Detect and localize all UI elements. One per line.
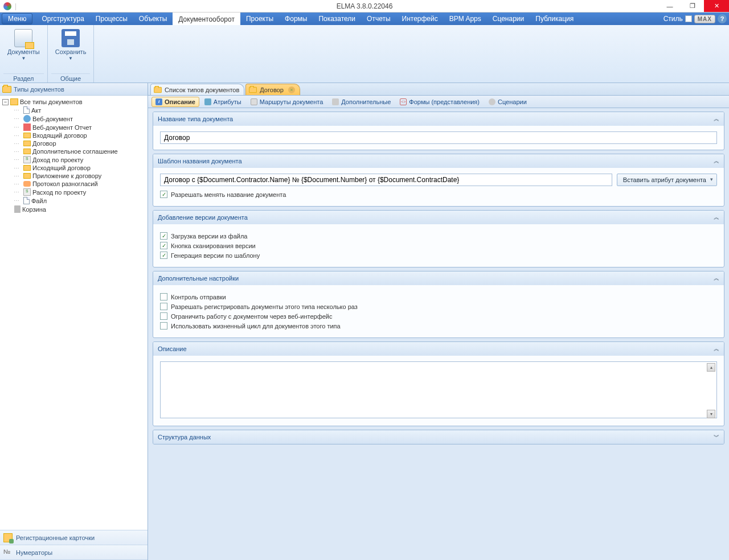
tree-item[interactable]: ⋯Файл [2, 196, 148, 205]
menubar-item-2[interactable]: Объекты [133, 13, 173, 25]
style-label: Стиль [664, 15, 683, 23]
load-from-file-checkbox[interactable] [160, 232, 167, 240]
tree-connector-icon: ⋯ [10, 157, 22, 163]
window-minimize-button[interactable]: — [658, 0, 681, 12]
help-icon[interactable]: ? [718, 14, 727, 23]
menubar-item-1[interactable]: Процессы [90, 13, 133, 25]
left-panel-header: Типы документов [0, 83, 148, 96]
section-title: Дополнительные настройки [158, 275, 239, 282]
tree-item[interactable]: ⋯Договор [2, 139, 148, 147]
tree-item[interactable]: Корзина [2, 205, 148, 213]
chk-label: Разрешать регистрировать документы этого… [171, 303, 358, 310]
tree-item[interactable]: ⋯Приложение к договору [2, 172, 148, 180]
tree-item[interactable]: ⋯Дополнительное соглашение [2, 147, 148, 155]
restrict-web-checkbox[interactable] [160, 312, 167, 320]
max-button[interactable]: MAX [694, 15, 715, 23]
ribbon-button-save[interactable]: Сохранить▼ [51, 27, 91, 63]
section-header-template[interactable]: Шаблон названия документа [153, 154, 724, 168]
doc-icon [23, 197, 30, 204]
left-bottom-item[interactable]: Регистрационные карточки [0, 530, 148, 545]
tree-item[interactable]: ⋯Веб-документ [2, 114, 148, 123]
chk-label: Контроль отправки [171, 294, 226, 300]
tree-connector-icon: ⋯ [10, 133, 22, 139]
insert-attribute-button[interactable]: Вставить атрибут документа [617, 174, 717, 186]
titlebar-separator: | [15, 2, 17, 10]
ribbon-button-docs[interactable]: Документы▼ [3, 27, 44, 63]
chk-label: Загрузка версии из файла [171, 233, 247, 240]
section-header-description[interactable]: Описание [153, 342, 724, 356]
document-tabs: Список типов документовДоговор× [148, 83, 729, 96]
subtab-0[interactable]: Описание [151, 97, 199, 107]
save-icon [62, 29, 80, 47]
contract-icon [23, 165, 31, 171]
tree-item[interactable]: ⋯Веб-документ Отчет [2, 123, 148, 131]
tree-item[interactable]: ⋯Исходящий договор [2, 164, 148, 172]
section-header-data-structure[interactable]: Структура данных [153, 430, 724, 444]
doc-tab-label: Список типов документов [165, 87, 239, 93]
subtab-4[interactable]: Формы (представления) [396, 97, 484, 107]
main-menu-button[interactable]: Меню [2, 13, 32, 24]
contract-icon [23, 141, 31, 146]
menubar-item-3[interactable]: Документооборот [173, 13, 240, 25]
section-versions: Добавление версии документа Загрузка вер… [153, 210, 724, 267]
section-title: Шаблон названия документа [158, 158, 242, 164]
tree-item[interactable]: ⋯Протокол разногласий [2, 180, 148, 188]
multi-register-checkbox[interactable] [160, 303, 167, 310]
doc-tab-0[interactable]: Список типов документов [150, 84, 244, 95]
chevron-up-icon [714, 213, 719, 221]
contract-icon [23, 133, 31, 138]
section-header-name[interactable]: Название типа документа [153, 112, 724, 126]
menubar-item-6[interactable]: Показатели [313, 13, 361, 25]
menubar-item-0[interactable]: Оргструктура [36, 13, 89, 25]
tree-item[interactable]: ⋯Входящий договор [2, 131, 148, 139]
section-header-versions[interactable]: Добавление версии документа [153, 211, 724, 224]
menubar-item-7[interactable]: Отчеты [361, 13, 396, 25]
description-textarea[interactable] [160, 361, 717, 418]
menubar-item-10[interactable]: Сценарии [487, 13, 530, 25]
tree-expander-icon[interactable]: − [2, 99, 9, 105]
docs-icon [14, 29, 32, 47]
scan-button-checkbox[interactable] [160, 242, 167, 249]
folder-icon [2, 86, 11, 93]
menubar-item-9[interactable]: BPM Apps [444, 13, 487, 25]
tree-item[interactable]: ⋯Расход по проекту [2, 188, 148, 196]
subtab-label: Дополнительные [341, 98, 391, 105]
menubar-item-11[interactable]: Публикация [530, 13, 579, 25]
doc-type-name-input[interactable] [160, 131, 717, 144]
scroll-up-icon[interactable]: ▴ [707, 363, 715, 372]
tree-item-label: Веб-документ Отчет [32, 124, 92, 131]
tree-root[interactable]: − Все типы документов [2, 98, 148, 106]
send-control-checkbox[interactable] [160, 293, 167, 300]
subtab-5[interactable]: Сценарии [485, 97, 531, 107]
generate-template-checkbox[interactable] [160, 252, 167, 259]
window-restore-button[interactable]: ❐ [681, 0, 704, 12]
money-icon [23, 188, 31, 196]
menubar-item-5[interactable]: Формы [279, 13, 313, 25]
lifecycle-checkbox[interactable] [160, 322, 167, 330]
chart-icon [23, 123, 31, 131]
subtab-2[interactable]: Маршруты документа [247, 97, 327, 107]
subtab-1[interactable]: Атрибуты [200, 97, 245, 107]
chevron-up-icon [714, 115, 719, 123]
scroll-down-icon[interactable]: ▾ [707, 410, 715, 418]
section-header-additional[interactable]: Дополнительные настройки [153, 271, 724, 285]
tree-item-label: Корзина [22, 206, 46, 213]
allow-rename-checkbox[interactable] [160, 191, 167, 198]
window-close-button[interactable]: ✕ [704, 0, 729, 12]
tree-item-label: Акт [31, 107, 41, 114]
name-template-input[interactable] [160, 174, 612, 186]
menubar-item-4[interactable]: Проекты [240, 13, 279, 25]
tab-close-icon[interactable]: × [288, 87, 295, 93]
form-area: Название типа документа Шаблон названия … [148, 108, 729, 560]
left-bottom-item[interactable]: Нумераторы [0, 545, 148, 560]
tree-item[interactable]: ⋯Акт [2, 106, 148, 114]
menubar-item-8[interactable]: Интерфейс [396, 13, 444, 25]
tree-item-label: Веб-документ [32, 116, 73, 122]
style-dropdown[interactable] [685, 15, 692, 22]
tree-connector-icon: ⋯ [10, 165, 22, 171]
subtab-3[interactable]: Дополнительные [328, 97, 395, 107]
subtabs: ОписаниеАтрибутыМаршруты документаДополн… [148, 96, 729, 108]
chevron-up-icon [714, 274, 719, 282]
doc-tab-1[interactable]: Договор× [245, 84, 300, 95]
tree-item[interactable]: ⋯Доход по проекту [2, 155, 148, 164]
